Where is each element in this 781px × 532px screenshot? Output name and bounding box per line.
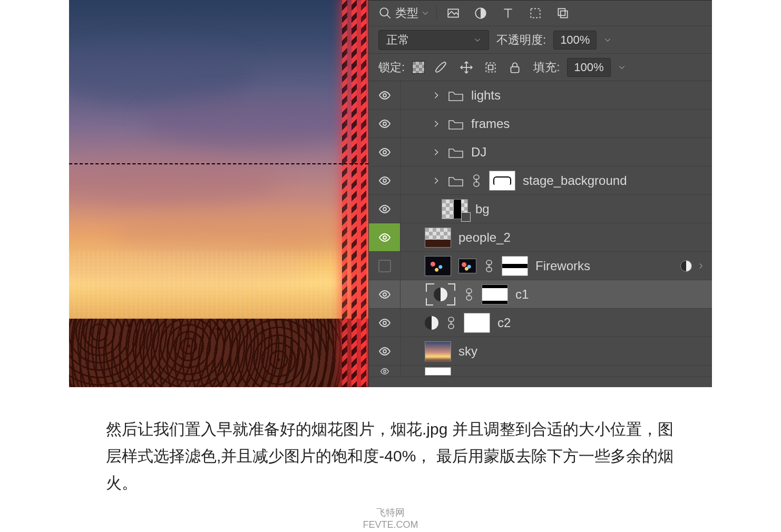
svg-point-34 [383, 350, 386, 353]
filter-type-label: 类型 [395, 5, 418, 21]
search-icon [378, 6, 392, 20]
watermark: 飞特网 FEVTE.COM [363, 507, 418, 531]
opacity-label: 不透明度: [496, 32, 546, 48]
layer-c1[interactable]: c1 [369, 280, 712, 309]
chevron-right-icon[interactable] [432, 176, 441, 185]
eye-icon [378, 146, 391, 159]
layer-sky[interactable]: sky [369, 337, 712, 366]
layer-fireworks[interactable]: Fireworks [369, 252, 712, 280]
lock-artboard-icon[interactable] [484, 61, 497, 74]
adjustment-layer-filter-icon[interactable] [474, 6, 487, 20]
eye-icon [380, 367, 389, 376]
visibility-toggle[interactable] [369, 110, 401, 137]
fill-value: 100% [574, 61, 603, 74]
watermark-line1: 飞特网 [363, 507, 418, 519]
svg-rect-8 [561, 11, 568, 18]
lock-row: 锁定: 填充: 100% [369, 54, 712, 81]
eye-icon [378, 345, 391, 358]
fill-field[interactable]: 100% [567, 58, 610, 77]
visibility-toggle[interactable] [369, 81, 401, 109]
layer-name: frames [471, 116, 510, 131]
opacity-field[interactable]: 100% [553, 31, 597, 50]
layer-thumbnail[interactable] [425, 228, 451, 248]
blend-mode-dropdown[interactable]: 正常 [378, 30, 489, 50]
link-icon [464, 288, 474, 301]
folder-icon [448, 146, 464, 159]
folder-icon [448, 117, 464, 130]
svg-point-17 [383, 179, 386, 182]
type-layer-filter-icon[interactable] [501, 6, 515, 20]
svg-point-30 [383, 321, 386, 324]
svg-point-35 [383, 370, 386, 372]
layer-thumbnail[interactable] [425, 341, 451, 361]
layer-lights[interactable]: lights [369, 81, 712, 110]
visibility-toggle[interactable] [369, 195, 401, 223]
blend-row: 正常 不透明度: 100% [369, 26, 712, 54]
svg-point-22 [383, 236, 386, 239]
chevron-down-icon [422, 9, 429, 17]
svg-rect-6 [531, 8, 540, 17]
divider [436, 6, 437, 21]
chevron-down-icon [474, 36, 481, 44]
svg-point-15 [383, 122, 386, 125]
lock-brush-icon[interactable] [435, 61, 449, 74]
chevron-right-icon[interactable] [697, 262, 705, 270]
layer-bg[interactable]: bg [369, 195, 712, 223]
chevron-right-icon[interactable] [432, 91, 441, 100]
layer-mask-thumbnail[interactable] [489, 171, 515, 191]
layer-thumbnail[interactable] [425, 256, 451, 276]
chevron-right-icon[interactable] [432, 148, 441, 156]
pixel-layer-filter-icon[interactable] [446, 6, 460, 20]
smart-object-filter-icon[interactable] [556, 6, 570, 20]
stage-truss [69, 0, 368, 387]
eye-icon [378, 174, 391, 187]
selection-marquee [69, 163, 368, 164]
visibility-toggle[interactable] [369, 366, 401, 377]
layer-name: c2 [497, 316, 511, 330]
lock-transparency-icon[interactable] [412, 61, 425, 74]
svg-rect-11 [486, 63, 495, 72]
layer-people-2[interactable]: people_2 [369, 223, 712, 252]
svg-rect-13 [511, 66, 519, 72]
eye-icon [378, 89, 391, 102]
eye-icon [378, 203, 391, 215]
chevron-down-icon[interactable] [604, 36, 611, 44]
folder-icon [448, 174, 464, 187]
svg-rect-7 [558, 8, 565, 15]
layer-thumbnail[interactable] [442, 199, 468, 219]
layer-frames[interactable]: frames [369, 110, 712, 138]
layer-c2[interactable]: c2 [369, 309, 712, 337]
chevron-down-icon[interactable] [618, 64, 626, 71]
layer-thumbnail[interactable] [425, 367, 451, 376]
layer-mask-thumbnail[interactable] [464, 313, 490, 333]
visibility-toggle[interactable] [369, 280, 401, 308]
layer-partial[interactable] [369, 366, 712, 377]
smart-object-thumbnail[interactable] [458, 259, 476, 273]
blend-indicator-icon [680, 260, 692, 272]
lock-all-icon[interactable] [508, 61, 522, 74]
layer-stage-background[interactable]: stage_background [369, 166, 712, 195]
visibility-toggle[interactable] [369, 138, 401, 166]
adjustment-layer-icon [425, 316, 438, 330]
visibility-toggle[interactable] [369, 252, 401, 280]
svg-line-1 [387, 15, 390, 18]
eye-icon [378, 317, 391, 329]
visibility-toggle[interactable] [369, 309, 401, 337]
layer-dj[interactable]: DJ [369, 138, 712, 166]
shape-layer-filter-icon[interactable] [529, 6, 542, 20]
layer-mask-thumbnail[interactable] [502, 256, 528, 276]
tutorial-caption: 然后让我们置入早就准备好的烟花图片，烟花.jpg 并且调整到合适的大小位置，图层… [106, 416, 675, 496]
lock-move-icon[interactable] [460, 61, 473, 74]
layer-mask-thumbnail[interactable] [482, 284, 508, 304]
visibility-toggle[interactable] [369, 223, 401, 251]
visibility-toggle[interactable] [369, 166, 401, 194]
layer-name: stage_background [523, 173, 627, 188]
layer-filter-type[interactable]: 类型 [378, 5, 429, 21]
visibility-toggle[interactable] [369, 337, 401, 365]
svg-point-14 [383, 94, 386, 97]
layer-name: people_2 [458, 230, 511, 245]
eye-icon [378, 117, 391, 130]
watermark-line2: FEVTE.COM [363, 519, 418, 531]
chevron-right-icon[interactable] [432, 120, 441, 128]
layer-name: Fireworks [535, 259, 590, 273]
